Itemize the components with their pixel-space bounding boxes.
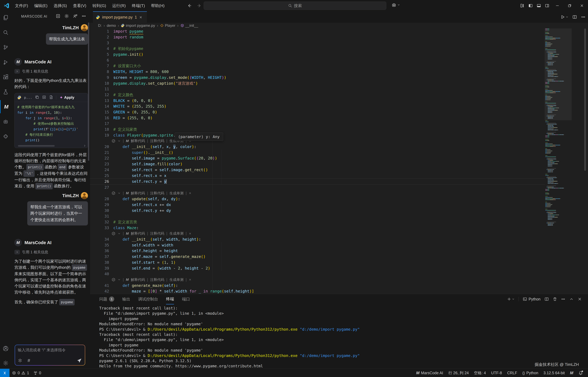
minimize-button[interactable] [551, 0, 564, 11]
code-line-2[interactable]: 2import random [90, 34, 545, 40]
menu-item-2[interactable]: 选择(S) [50, 1, 70, 10]
ai-chat-button[interactable] [392, 2, 400, 7]
reference-chevron-icon[interactable] [14, 250, 20, 254]
code-line-12[interactable]: 12# 定义颜色 [90, 92, 545, 98]
sidebar-scrollbar[interactable] [88, 23, 89, 161]
breadcrumb-item-3[interactable]: Player [160, 24, 175, 28]
lens-action-2[interactable]: 生成单测 [169, 231, 183, 236]
menu-item-4[interactable]: 转到(G) [89, 1, 109, 10]
activity-item-extensions[interactable] [0, 71, 11, 83]
panel-tab-0[interactable]: 问题1 [99, 294, 114, 304]
code-line-31[interactable]: 31 [90, 213, 545, 219]
panel-tab-4[interactable]: 端口 [182, 294, 190, 304]
code-line-23[interactable]: 23 self.image.fill(color) [90, 161, 545, 167]
breadcrumb-item-0[interactable]: D: [98, 24, 102, 28]
code-line-40[interactable]: 40 [90, 271, 545, 277]
problems-status[interactable]: 0 1 [12, 371, 29, 375]
toggle-secondary-sidebar-icon[interactable] [543, 0, 551, 11]
code-line-41[interactable]: 41 def generate_maze(self): [90, 283, 545, 288]
run-python-file-button[interactable] [560, 15, 568, 19]
terminal-tab-python[interactable]: Python [523, 297, 540, 301]
hscroll-thumb[interactable] [18, 145, 55, 147]
split-terminal-icon[interactable] [544, 297, 549, 301]
code-line-7[interactable]: 7# 设置窗口大小 [90, 63, 545, 69]
more-actions-icon[interactable] [581, 15, 586, 19]
panel-tab-1[interactable]: 输出 [122, 294, 130, 304]
status-item-3-12-5-64-bit[interactable]: 3.12.5 64-bit [543, 371, 565, 375]
new-file-icon[interactable] [49, 95, 53, 100]
activity-item-testing[interactable] [0, 85, 11, 98]
code-line-8[interactable]: 8WIDTH, HEIGHT = 800, 600 [90, 69, 545, 75]
prompt-spark-icon[interactable] [18, 358, 22, 363]
activity-item-debug[interactable] [0, 56, 11, 69]
code-line-29[interactable]: 29 self.rect.x += dx [90, 202, 545, 208]
reference-row[interactable]: 引用 1 相关信息 [14, 69, 88, 74]
chat-history[interactable]: TimLZH帮我生成九九乘法表MMarsCode AI引用 1 相关信息好的，下… [14, 22, 88, 345]
code-line-14[interactable]: 14WHITE = (255, 255, 255) [90, 104, 545, 109]
codelens-row[interactable]: |M解释代码|注释代码|生成单测| [90, 277, 545, 283]
status-item-mars2[interactable]: M [570, 371, 573, 375]
code-line-20[interactable]: 20 def __init__(self, x, y, color): [90, 144, 545, 150]
code-line-11[interactable]: 11 [90, 86, 545, 92]
settings-icon[interactable] [64, 14, 69, 19]
apply-button[interactable]: ✦Apply [60, 95, 74, 100]
lens-action-0[interactable]: 解释代码 [131, 231, 145, 236]
code-line-16[interactable]: 16RED = (255, 0, 0) [90, 115, 545, 121]
close-button[interactable] [576, 0, 588, 11]
code-line-13[interactable]: 13BLACK = (0, 0, 0) [90, 98, 545, 104]
activity-item-bot[interactable] [0, 115, 11, 128]
lens-action-2[interactable]: 生成单测 [169, 191, 183, 196]
remote-indicator[interactable] [0, 369, 10, 377]
terminal-profile-dropdown-icon[interactable] [512, 298, 515, 300]
activity-item-settings[interactable] [0, 356, 11, 370]
status-item-marscode-ai[interactable]: MMarsCode AI [416, 371, 443, 375]
menu-item-6[interactable]: 终端(T) [129, 1, 148, 10]
status-item-python[interactable]: {}Python [522, 371, 538, 375]
lens-action-1[interactable]: 注释代码 [150, 139, 164, 143]
code-line-4[interactable]: 4# 初始化pygame [90, 46, 545, 52]
send-icon[interactable] [77, 358, 82, 363]
run-dropdown-icon[interactable] [566, 16, 568, 18]
lens-action-0[interactable]: 解释代码 [131, 139, 145, 143]
chat-input-box[interactable]: 输入消息或者 “/” 来选择指令 # [15, 345, 85, 365]
feedback-icon[interactable] [73, 14, 77, 19]
lens-action-0[interactable]: 解释代码 [131, 191, 145, 196]
back-arrow-icon[interactable] [187, 3, 192, 8]
breadcrumb-item-1[interactable]: demo [107, 24, 116, 28]
code-line-17[interactable]: 17 [90, 121, 545, 127]
code-line-30[interactable]: 30 self.rect.y += dy [90, 208, 545, 213]
breadcrumb-item-4[interactable]: __init__ [180, 24, 198, 28]
status-item--4[interactable]: 空格: 4 [474, 370, 486, 376]
activity-item-scm[interactable] [0, 41, 11, 54]
insert-icon[interactable] [42, 95, 46, 100]
ports-status[interactable]: 0 [33, 371, 41, 375]
tab-import-pygame[interactable]: import pygame.py 1 [93, 11, 147, 23]
panel-tab-3[interactable]: 终端 [166, 294, 174, 305]
status-item-crlf[interactable]: CRLF [507, 371, 517, 375]
terminal-output[interactable]: Traceback (most recent call last): File … [99, 306, 582, 369]
reference-chevron-icon[interactable] [14, 69, 20, 74]
code-line-26[interactable]: 26 self.rect.y = y [90, 178, 545, 185]
code-line-34[interactable]: 34 def __init__(self, width, height): [90, 236, 545, 242]
context-hash-icon[interactable]: # [28, 358, 30, 363]
panel-more-icon[interactable] [561, 297, 565, 301]
new-chat-icon[interactable] [56, 14, 60, 19]
code-line-35[interactable]: 35 self.width = width [90, 242, 545, 248]
more-icon[interactable] [82, 14, 86, 19]
code-line-36[interactable]: 36 self.height = height [90, 248, 545, 254]
status-item-utf-8[interactable]: UTF-8 [491, 371, 502, 375]
status-item-bell[interactable] [578, 371, 583, 375]
code-block-hscrollbar[interactable] [14, 144, 88, 148]
code-line-32[interactable]: 32# 定义迷宫类 [90, 219, 545, 225]
toggle-panel-icon[interactable] [535, 0, 543, 11]
status-item--26-24[interactable]: 行 26, 列 24 [448, 370, 469, 376]
activity-item-explorer[interactable] [0, 11, 11, 24]
toggle-sidebar-icon[interactable] [527, 0, 535, 11]
code-line-25[interactable]: 25 self.rect.x = x [90, 173, 545, 178]
code-line-9[interactable]: 9screen = pygame.display.set_mode((WIDTH… [90, 75, 545, 81]
codelens-row[interactable]: |M解释代码|注释代码|生成单测| [90, 138, 545, 144]
code-line-1[interactable]: 1import pygame [90, 28, 545, 34]
code-line-21[interactable]: 21 super().__init__() [90, 150, 545, 155]
editor-scrollbar[interactable] [584, 28, 586, 171]
menu-item-7[interactable]: 帮助(H) [148, 1, 168, 10]
